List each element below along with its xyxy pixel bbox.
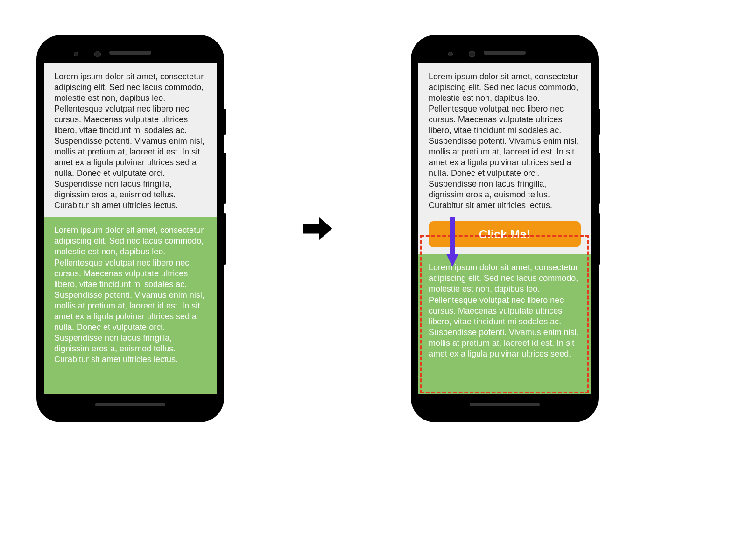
- click-me-button[interactable]: Click Me!: [429, 221, 581, 247]
- side-button-icon: [223, 153, 226, 204]
- top-paragraph: Lorem ipsum dolor sit amet, consectetur …: [44, 63, 217, 217]
- camera-icon: [448, 52, 453, 56]
- side-button-icon: [223, 213, 226, 265]
- phone-screen: Lorem ipsum dolor sit amet, consectetur …: [44, 63, 217, 394]
- phone-inner: Lorem ipsum dolor sit amet, consectetur …: [418, 42, 591, 415]
- phone-chin: [418, 394, 591, 415]
- inserted-button-row: Click Me!: [418, 217, 591, 254]
- phone-chin: [44, 394, 217, 415]
- diagram-stage: Lorem ipsum dolor sit amet, consectetur …: [37, 19, 598, 439]
- side-button-icon: [223, 109, 226, 135]
- camera-icon: [94, 51, 101, 57]
- camera-icon: [469, 51, 475, 57]
- side-button-icon: [598, 109, 600, 135]
- speaker-icon: [109, 51, 151, 55]
- phone-after: Lorem ipsum dolor sit amet, consectetur …: [412, 36, 598, 421]
- camera-icon: [74, 52, 78, 56]
- home-indicator-icon: [95, 403, 165, 406]
- phone-screen: Lorem ipsum dolor sit amet, consectetur …: [418, 63, 591, 394]
- phone-inner: Lorem ipsum dolor sit amet, consectetur …: [44, 42, 217, 415]
- green-paragraph: Lorem ipsum dolor sit amet, consectetur …: [44, 217, 217, 394]
- phone-notch: [44, 42, 217, 63]
- green-paragraph: Lorem ipsum dolor sit amet, consectetur …: [418, 254, 591, 394]
- phone-notch: [418, 42, 591, 63]
- phone-before: Lorem ipsum dolor sit amet, consectetur …: [37, 36, 223, 421]
- side-button-icon: [598, 153, 600, 204]
- speaker-icon: [484, 51, 526, 55]
- transition-arrow-icon: [301, 212, 334, 245]
- home-indicator-icon: [470, 403, 540, 406]
- side-button-icon: [598, 213, 600, 265]
- top-paragraph: Lorem ipsum dolor sit amet, consectetur …: [418, 63, 591, 217]
